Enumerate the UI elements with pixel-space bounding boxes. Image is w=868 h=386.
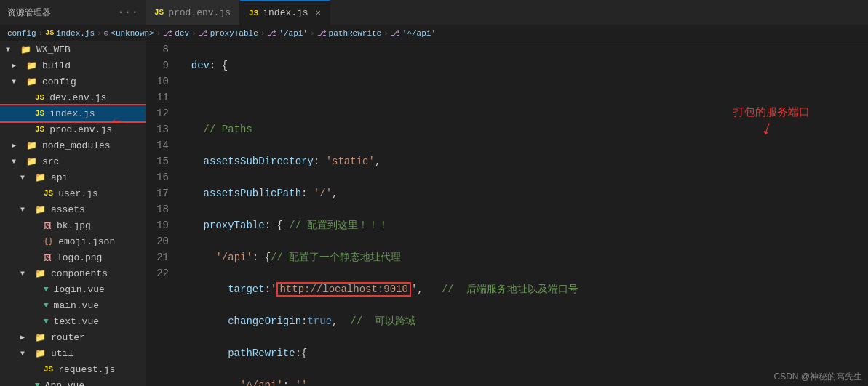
breadcrumb-prop-icon4: ⎇ [317, 28, 327, 38]
main-vue-label: main.vue [54, 300, 99, 311]
sidebar-item-index-js[interactable]: JS index.js [0, 105, 146, 121]
breadcrumb-js-icon: JS [45, 29, 54, 37]
sidebar-item-bk-jpg[interactable]: 🖼 bk.jpg [0, 217, 146, 233]
tab-index[interactable]: JS index.js ✕ [240, 0, 330, 25]
breadcrumb-config[interactable]: config [7, 29, 36, 38]
index-js-label: index.js [49, 108, 95, 119]
build-label: build [42, 60, 71, 71]
chevron-wx-web [6, 46, 17, 54]
breadcrumb-api-pattern[interactable]: '^/api' [402, 29, 436, 38]
chevron-components [20, 270, 32, 278]
editor[interactable]: 8 9 10 11 12 13 14 15 16 17 18 19 20 21 … [146, 41, 868, 386]
sidebar-item-login-vue[interactable]: ▼ login.vue [0, 281, 146, 297]
breadcrumb-prop-icon3: ⎇ [267, 28, 276, 38]
breadcrumb-bar: config › JS index.js › ⊙ <unknown> › ⎇ d… [0, 25, 868, 41]
breadcrumb-api[interactable]: '/api' [279, 29, 308, 38]
components-label: components [51, 268, 108, 279]
assets-label: assets [51, 204, 85, 215]
request-js-label: request.js [58, 364, 115, 375]
folder-icon-components: 📁 [35, 268, 46, 279]
node-modules-label: node_modules [42, 140, 111, 151]
sidebar-title-bar: 资源管理器 ··· [0, 6, 146, 19]
sidebar-item-user-js[interactable]: JS user.js [0, 185, 146, 201]
sidebar-item-router[interactable]: 📁 router [0, 329, 146, 345]
util-label: util [51, 348, 73, 359]
breadcrumb-indexjs[interactable]: index.js [56, 29, 95, 38]
chevron-util [20, 350, 32, 358]
tab-prod-label: prod.env.js [168, 7, 231, 18]
text-vue-label: text.vue [54, 316, 99, 327]
sidebar-item-text-vue[interactable]: ▼ text.vue [0, 313, 146, 329]
breadcrumb-prop-icon2: ⎇ [199, 28, 208, 38]
sidebar-item-request-js[interactable]: JS request.js [0, 361, 146, 377]
code-container: 8 9 10 11 12 13 14 15 16 17 18 19 20 21 … [146, 41, 868, 386]
js-icon-user: JS [44, 189, 53, 198]
user-js-label: user.js [58, 188, 98, 199]
sidebar-item-config[interactable]: 📁 config [0, 73, 146, 89]
line-14: '/api': {// 配置了一个静态地址代理 [176, 249, 868, 265]
js-icon-active: JS [249, 9, 258, 17]
chevron-node-modules [12, 141, 23, 150]
sidebar-item-src[interactable]: 📁 src [0, 153, 146, 169]
api-label: api [51, 172, 68, 183]
line-17: pathRewrite:{ [176, 345, 868, 361]
breadcrumb-unknown[interactable]: <unknown> [111, 29, 154, 38]
sidebar-item-node-modules[interactable]: 📁 node_modules [0, 137, 146, 153]
sidebar-item-app-vue[interactable]: ▼ App.vue [0, 377, 146, 386]
js-icon-prod: JS [35, 125, 44, 134]
tab-index-label: index.js [263, 7, 308, 18]
sidebar-item-prod-env[interactable]: JS prod.env.js [0, 121, 146, 137]
breadcrumb-dev[interactable]: dev [175, 29, 189, 38]
chevron-router [20, 333, 32, 342]
sidebar-item-api[interactable]: 📁 api [0, 169, 146, 185]
folder-icon-router: 📁 [35, 332, 46, 343]
sidebar-item-wx-web[interactable]: 📁 WX_WEB [0, 41, 146, 57]
tab-close-icon[interactable]: ✕ [316, 7, 321, 18]
sidebar-item-build[interactable]: 📁 build [0, 57, 146, 73]
sidebar-title-label: 资源管理器 [7, 7, 51, 19]
more-icon[interactable]: ··· [117, 6, 138, 19]
folder-icon-config: 📁 [26, 76, 37, 87]
logo-png-label: logo.png [57, 252, 102, 263]
breadcrumb-unknown-icon: ⊙ [104, 28, 109, 38]
folder-icon-util: 📁 [35, 348, 46, 359]
tab-prod-env[interactable]: JS prod.env.js [146, 0, 240, 25]
watermark: CSDN @神秘的高先生 [773, 371, 862, 383]
folder-icon: 📁 [20, 44, 31, 55]
sidebar: 📁 WX_WEB 📁 build 📁 config JS dev.env.js … [0, 41, 146, 386]
router-label: router [51, 332, 85, 343]
json-icon-emoji: {} [44, 237, 53, 246]
wx-web-label: WX_WEB [36, 44, 71, 55]
main-content: 📁 WX_WEB 📁 build 📁 config JS dev.env.js … [0, 41, 868, 386]
bk-jpg-label: bk.jpg [57, 220, 91, 231]
sidebar-item-main-vue[interactable]: ▼ main.vue [0, 297, 146, 313]
code-lines: dev: { // Paths assetsSubDirectory: 'sta… [176, 41, 868, 386]
line-9 [176, 89, 868, 105]
red-arrow-icon: ← [113, 113, 121, 128]
line-8: dev: { [176, 57, 868, 73]
line-16: changeOrigin:true, // 可以跨域 [176, 313, 868, 329]
chevron-src [12, 158, 23, 166]
title-bar: 资源管理器 ··· JS prod.env.js JS index.js ✕ [0, 0, 868, 25]
sidebar-item-assets[interactable]: 📁 assets [0, 201, 146, 217]
chevron-build [12, 61, 23, 70]
vue-icon-text: ▼ [44, 317, 49, 326]
sidebar-item-logo-png[interactable]: 🖼 logo.png [0, 249, 146, 265]
line-11: assetsSubDirectory: 'static', [176, 153, 868, 169]
breadcrumb-pathrewrite[interactable]: pathRewrite [329, 29, 382, 38]
js-icon-request: JS [44, 365, 53, 374]
prod-env-label: prod.env.js [49, 124, 112, 135]
line-18: '^/api': '' [176, 377, 868, 386]
line-15: target:'http://localhost:9010', // 后端服务地… [176, 281, 868, 297]
breadcrumb-proxytable[interactable]: proxyTable [210, 29, 258, 38]
js-icon: JS [154, 8, 164, 17]
img-icon-bk: 🖼 [44, 221, 52, 230]
breadcrumb-prop-icon5: ⎇ [391, 28, 400, 38]
sidebar-item-emoji-json[interactable]: {} emoji.json [0, 233, 146, 249]
sidebar-item-util[interactable]: 📁 util [0, 345, 146, 361]
tab-bar: JS prod.env.js JS index.js ✕ [146, 0, 330, 25]
sidebar-item-components[interactable]: 📁 components [0, 265, 146, 281]
folder-icon-build: 📁 [26, 60, 37, 71]
sidebar-item-dev-env[interactable]: JS dev.env.js [0, 89, 146, 105]
img-icon-logo: 🖼 [44, 253, 52, 262]
